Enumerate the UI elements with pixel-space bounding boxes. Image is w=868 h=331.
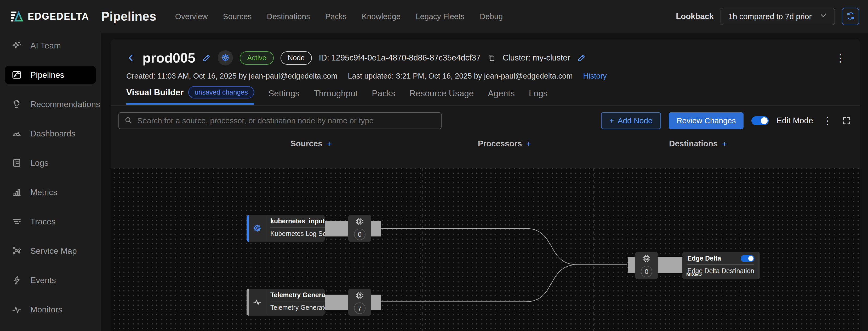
node-subtitle: Telemetry Generator Source — [270, 304, 325, 311]
tab-visual-builder[interactable]: Visual Builder unsaved changes — [126, 86, 254, 105]
sidebar-item-label: Traces — [30, 217, 56, 226]
lookback-value: 1h compared to 7d prior — [728, 12, 812, 21]
canvas-more-menu[interactable]: ⋮ — [821, 116, 834, 126]
sidebar-item-dashboards[interactable]: Dashboards — [5, 125, 96, 143]
bar-chart-icon — [11, 187, 23, 198]
tab-agents[interactable]: Agents — [488, 88, 515, 105]
pipeline-meta-row: Created: 11:03 AM, Oct 16, 2025 by jean-… — [111, 67, 860, 80]
lookback-select[interactable]: 1h compared to 7d prior — [720, 8, 835, 25]
node-subtitle: Kubernetes Log Source — [270, 230, 325, 238]
processors-label: Processors — [478, 139, 522, 148]
connector-band — [628, 257, 635, 273]
add-node-button[interactable]: + Add Node — [601, 112, 661, 129]
processor-chip-icon — [355, 217, 365, 226]
add-destination-button[interactable]: + — [722, 139, 727, 148]
search-input[interactable] — [137, 116, 436, 125]
tab-resource-usage[interactable]: Resource Usage — [409, 88, 474, 105]
node-enabled-toggle[interactable] — [741, 255, 754, 262]
edit-mode-toggle[interactable] — [751, 116, 769, 125]
edge-delta-logo-icon — [758, 252, 760, 279]
destination-node-edge-delta[interactable]: Edge Delta Edge Delta Destination MIXED — [682, 252, 760, 279]
refresh-button[interactable] — [842, 8, 859, 25]
log-book-icon — [11, 157, 23, 169]
sidebar-item-monitors[interactable]: Monitors — [5, 300, 96, 319]
sources-label: Sources — [290, 139, 322, 148]
tab-logs[interactable]: Logs — [529, 88, 548, 105]
pipeline-canvas[interactable]: ☸ kubernetes_input Kubernetes Log Source… — [111, 168, 860, 331]
pipeline-detail-card: prod005 ☸ Active Node ID: 1295c9f4-0e1a-… — [111, 39, 860, 331]
lightning-icon — [11, 274, 23, 286]
sidebar-item-logs[interactable]: Logs — [5, 154, 96, 172]
kubernetes-icon: ☸ — [221, 53, 230, 63]
processor-group-destination[interactable]: 0 — [635, 252, 658, 279]
status-badge: Active — [240, 51, 274, 65]
destinations-column-header: Destinations + — [669, 139, 727, 148]
sidebar-item-label: AI Team — [30, 41, 61, 51]
page-title: Pipelines — [101, 9, 156, 24]
destinations-label: Destinations — [669, 139, 718, 148]
sidebar-item-traces[interactable]: Traces — [5, 212, 96, 231]
connector-band — [325, 221, 348, 237]
node-accent-stripe — [247, 288, 249, 316]
edit-mode-label: Edit Mode — [776, 116, 813, 126]
nav-debug[interactable]: Debug — [480, 12, 503, 21]
sidebar-item-label: Metrics — [30, 188, 57, 197]
nav-sources[interactable]: Sources — [223, 12, 252, 21]
processor-group-telemetry[interactable]: 7 — [348, 288, 371, 316]
nav-packs[interactable]: Packs — [325, 12, 347, 21]
sidebar-item-label: Logs — [30, 158, 49, 168]
brand-logo[interactable]: EDGEDELTA — [0, 9, 90, 24]
sidebar-item-label: Events — [30, 275, 56, 285]
sidebar-item-events[interactable]: Events — [5, 271, 96, 289]
tab-label: Visual Builder — [126, 87, 184, 98]
node-title: Edge Delta — [687, 254, 721, 262]
add-source-button[interactable]: + — [327, 139, 332, 148]
sidebar-item-ai-team[interactable]: AI Team — [5, 36, 96, 55]
edit-name-pencil-icon[interactable] — [202, 53, 211, 62]
back-button[interactable] — [126, 53, 136, 62]
nav-knowledge[interactable]: Knowledge — [362, 12, 401, 21]
source-node-kubernetes[interactable]: ☸ kubernetes_input Kubernetes Log Source… — [247, 215, 325, 242]
copy-id-icon[interactable] — [487, 54, 496, 62]
sidebar: AI Team Pipelines Recommendations D — [0, 33, 101, 331]
tab-throughput[interactable]: Throughput — [314, 88, 358, 105]
kubernetes-badge: ☸ — [218, 50, 233, 65]
cluster-label: Cluster: my-cluster — [502, 53, 570, 62]
processors-column-header: Processors + — [478, 139, 531, 148]
pipeline-more-menu[interactable]: ⋮ — [835, 53, 845, 63]
processor-count: 0 — [354, 229, 366, 240]
lightbulb-icon — [11, 99, 23, 110]
sidebar-item-pipelines[interactable]: Pipelines — [5, 66, 96, 84]
top-bar: EDGEDELTA Pipelines Overview Sources Des… — [0, 0, 868, 33]
sidebar-item-label: Dashboards — [30, 129, 75, 139]
nav-destinations[interactable]: Destinations — [267, 12, 310, 21]
traces-icon — [11, 216, 23, 227]
connector-wires — [111, 168, 860, 331]
sidebar-item-service-map[interactable]: Service Map — [5, 242, 96, 260]
node-title: Telemetry Generato... — [270, 291, 325, 299]
fullscreen-icon[interactable] — [842, 116, 851, 126]
pipeline-title-row: prod005 ☸ Active Node ID: 1295c9f4-0e1a-… — [111, 39, 860, 67]
edit-cluster-pencil-icon[interactable] — [577, 53, 586, 62]
node-accent-stripe — [247, 215, 249, 242]
node-title: kubernetes_input — [270, 217, 325, 225]
connector-band — [325, 295, 348, 310]
canvas-column-headers: Sources + Processors + Destinations + — [111, 135, 860, 153]
tab-packs[interactable]: Packs — [372, 88, 395, 105]
sidebar-item-label: Pipelines — [30, 70, 64, 80]
node-data-type-tag: MIXED — [686, 272, 702, 277]
processor-group-kubernetes[interactable]: 0 — [348, 215, 371, 242]
add-processor-button[interactable]: + — [526, 139, 531, 148]
review-changes-button[interactable]: Review Changes — [669, 112, 744, 129]
sidebar-item-metrics[interactable]: Metrics — [5, 183, 96, 201]
created-text: Created: 11:03 AM, Oct 16, 2025 by jean-… — [126, 72, 338, 80]
source-node-telemetry[interactable]: Telemetry Generato... Telemetry Generato… — [247, 288, 325, 316]
sidebar-item-recommendations[interactable]: Recommendations — [5, 95, 96, 113]
updated-text: Last updated: 3:21 PM, Oct 16, 2025 by j… — [348, 72, 573, 80]
service-map-icon — [11, 245, 23, 257]
nav-overview[interactable]: Overview — [175, 12, 208, 21]
history-link[interactable]: History — [583, 72, 607, 80]
tab-settings[interactable]: Settings — [268, 88, 299, 105]
sidebar-item-label: Recommendations — [30, 100, 100, 109]
nav-legacy-fleets[interactable]: Legacy Fleets — [416, 12, 465, 21]
